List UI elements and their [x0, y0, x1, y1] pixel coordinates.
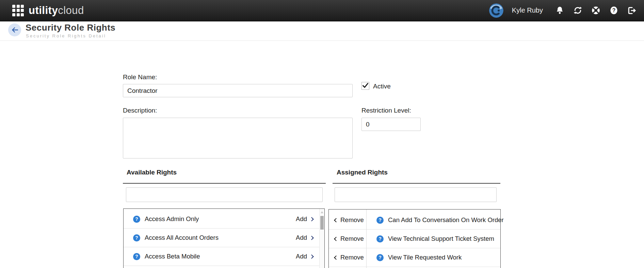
bell-icon[interactable]	[555, 6, 564, 15]
navbar-right: Kyle Ruby	[489, 3, 644, 18]
assigned-rights-header: Assigned Rights	[337, 169, 388, 176]
question-circle-icon[interactable]: ?	[376, 254, 384, 261]
assigned-rights-list: Remove ? Can Add To Conversation On Work…	[328, 209, 501, 268]
add-right-button[interactable]: Add	[296, 253, 313, 260]
scrollbar-thumb[interactable]	[320, 216, 324, 230]
add-chevron-icon	[309, 236, 314, 240]
svg-text:?: ?	[612, 7, 615, 13]
restriction-level-label: Restriction Level:	[361, 107, 411, 114]
remove-label: Remove	[340, 235, 364, 242]
back-button[interactable]	[8, 23, 21, 36]
assigned-right-label-cell: ? View Technical Support Ticket System	[366, 230, 500, 248]
add-label: Add	[296, 215, 307, 223]
navbar-left: utilitycloud	[0, 4, 84, 17]
available-rights-list: ? Access Admin Only Add ? Access All Acc…	[123, 208, 325, 268]
question-glyph: ?	[135, 216, 138, 222]
add-chevron-icon	[309, 217, 314, 221]
add-label: Add	[296, 234, 307, 241]
question-glyph: ?	[135, 254, 138, 259]
role-name-input[interactable]	[123, 84, 353, 97]
remove-label: Remove	[340, 254, 364, 261]
add-right-button[interactable]: Add	[296, 234, 313, 241]
question-glyph: ?	[379, 217, 382, 223]
page-header: Security Role Rights Security Role Right…	[0, 21, 644, 41]
description-textarea[interactable]	[123, 118, 353, 158]
restriction-level-input[interactable]	[361, 118, 421, 131]
question-circle-icon[interactable]: ?	[133, 234, 140, 241]
assigned-rows: Remove ? Can Add To Conversation On Work…	[329, 210, 500, 267]
assigned-header-rule	[333, 183, 500, 184]
life-ring-icon[interactable]	[591, 6, 600, 15]
right-name: Can Add To Conversation On Work Order	[388, 216, 504, 224]
available-right-row: ? Access Admin Only Add	[124, 210, 319, 229]
back-arrow-icon	[10, 26, 19, 34]
available-filter-input[interactable]	[126, 187, 323, 202]
page-title: Security Role Rights	[26, 22, 115, 33]
question-circle-icon[interactable]: ?	[376, 217, 384, 224]
right-name: Access All Account Orders	[145, 234, 219, 241]
avatar[interactable]	[489, 3, 503, 18]
available-right-row: ? Access Beta Mobile Add	[124, 247, 319, 266]
scrollbar-up-arrow-icon[interactable]	[321, 211, 323, 213]
description-label: Description:	[123, 107, 157, 114]
right-name: View Technical Support Ticket System	[388, 235, 494, 242]
available-list-scrollbar[interactable]	[319, 209, 324, 268]
logo-light-text: cloud	[58, 4, 84, 16]
add-chevron-icon	[309, 254, 314, 259]
remove-chevron-icon	[334, 218, 338, 222]
question-circle-icon[interactable]: ?	[376, 235, 384, 242]
right-name: Access Beta Mobile	[145, 253, 200, 260]
role-name-label: Role Name:	[123, 73, 157, 81]
assigned-right-label-cell: ? Can Add To Conversation On Work Order	[366, 211, 504, 229]
available-rows: ? Access Admin Only Add ? Access All Acc…	[124, 209, 319, 266]
logo-link[interactable]: utilitycloud	[29, 4, 84, 17]
logo-bold-text: utility	[29, 4, 58, 16]
assigned-right-row: Remove ? View Tile Requested Work	[329, 248, 500, 267]
remove-label: Remove	[340, 216, 364, 224]
remove-right-button[interactable]: Remove	[329, 235, 366, 242]
available-header-rule	[123, 183, 326, 184]
available-right-row: ? Access All Account Orders Add	[124, 229, 319, 247]
assigned-right-row: Remove ? Can Add To Conversation On Work…	[329, 211, 500, 230]
active-checkbox[interactable]	[361, 82, 369, 90]
remove-right-button[interactable]: Remove	[329, 254, 366, 261]
add-label: Add	[296, 253, 307, 260]
add-right-button[interactable]: Add	[296, 215, 313, 223]
question-glyph: ?	[135, 235, 138, 240]
remove-right-button[interactable]: Remove	[329, 216, 366, 224]
user-name[interactable]: Kyle Ruby	[512, 6, 543, 14]
app-grid-icon[interactable]	[12, 5, 24, 16]
page-subtitle: Security Role Rights Detail	[26, 33, 106, 38]
assigned-right-label-cell: ? View Tile Requested Work	[366, 248, 500, 267]
assigned-right-row: Remove ? View Technical Support Ticket S…	[329, 230, 500, 248]
remove-chevron-icon	[334, 237, 338, 241]
question-circle-icon[interactable]: ?	[133, 216, 140, 223]
question-circle-icon[interactable]: ?	[133, 253, 140, 260]
remove-chevron-icon	[334, 255, 338, 260]
refresh-icon[interactable]	[573, 6, 582, 15]
top-navbar: utilitycloud Kyle Ruby	[0, 0, 644, 21]
help-icon[interactable]: ?	[609, 6, 618, 15]
right-name: View Tile Requested Work	[388, 254, 462, 261]
assigned-filter-input[interactable]	[335, 187, 497, 202]
security-role-rights-page: utilitycloud Kyle Ruby	[0, 0, 644, 268]
available-rights-header: Available Rights	[127, 169, 177, 176]
sign-out-icon[interactable]	[627, 6, 637, 15]
checkmark-icon	[362, 82, 369, 89]
active-label: Active	[373, 83, 391, 90]
right-name: Access Admin Only	[145, 215, 199, 223]
question-glyph: ?	[379, 236, 382, 241]
question-glyph: ?	[379, 255, 382, 260]
